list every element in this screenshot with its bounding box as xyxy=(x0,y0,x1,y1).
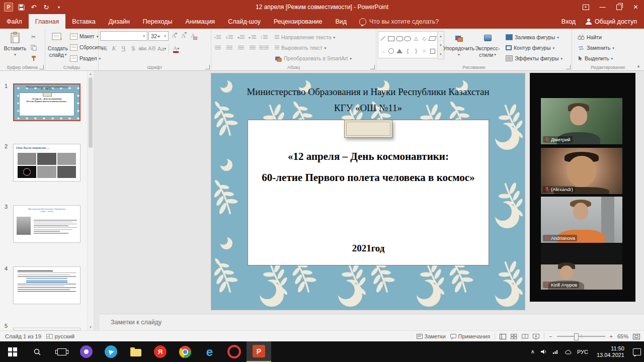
scroll-down-icon[interactable]: ▼ xyxy=(88,324,94,330)
zoom-slider-thumb[interactable] xyxy=(574,333,579,340)
tab-transitions[interactable]: Переходы xyxy=(136,14,179,29)
reading-view-button[interactable] xyxy=(522,334,528,339)
shape-brace-right[interactable]: } xyxy=(415,49,417,54)
redo-icon[interactable]: ↻ xyxy=(41,2,52,13)
slide-header-line2[interactable]: КГУ «ОШ №11» xyxy=(211,103,525,114)
notes-toggle-button[interactable]: Заметки xyxy=(417,333,446,339)
clear-formatting-button[interactable]: А xyxy=(189,31,197,41)
tab-insert[interactable]: Вставка xyxy=(65,14,102,29)
shape-effects-button[interactable]: Эффекты фигуры▾ xyxy=(505,53,564,63)
shape-star[interactable]: ☆ xyxy=(422,49,427,54)
restore-button[interactable] xyxy=(611,0,627,14)
gallery-scroll-up-icon[interactable]: ▲ xyxy=(438,32,444,41)
tray-speaker-icon[interactable] xyxy=(540,349,547,354)
slide-sorter-button[interactable] xyxy=(511,334,517,339)
tab-review[interactable]: Рецензирование xyxy=(267,14,329,29)
task-view-button[interactable] xyxy=(49,341,74,362)
close-button[interactable]: ✕ xyxy=(627,0,644,14)
paste-button[interactable]: Вставить ▾ xyxy=(2,30,29,59)
minimize-button[interactable]: — xyxy=(594,0,611,14)
fit-slide-button[interactable] xyxy=(633,334,640,339)
text-direction-button[interactable]: Направление текста▾ xyxy=(274,32,353,42)
align-text-button[interactable]: Выровнять текст▾ xyxy=(274,43,353,53)
participant-video[interactable]: Kirill Ачуров xyxy=(541,243,622,290)
numbering-icon[interactable]: 1 xyxy=(224,33,234,42)
shape-narrow-rectangle[interactable] xyxy=(430,49,435,54)
comments-toggle-button[interactable]: Примечания xyxy=(450,333,491,339)
text-shadow-button[interactable]: S xyxy=(129,44,137,53)
shape-outline-button[interactable]: Контур фигуры▾ xyxy=(505,43,564,53)
copy-icon[interactable] xyxy=(29,43,38,52)
zoom-out-button[interactable]: − xyxy=(549,333,552,339)
alice-icon[interactable] xyxy=(74,341,99,362)
tab-view[interactable]: Вид xyxy=(329,14,353,29)
character-spacing-button[interactable]: АВ xyxy=(148,44,156,53)
language-indicator[interactable]: РУС xyxy=(577,349,588,355)
participant-video[interactable]: Дмитрий xyxy=(541,98,622,144)
change-case-button[interactable]: Аа▾ xyxy=(157,44,166,53)
slide-thumbnail-4[interactable] xyxy=(13,266,80,304)
justify-icon[interactable] xyxy=(248,43,257,52)
shape-arrow[interactable]: → xyxy=(380,49,385,54)
new-slide-button[interactable]: Создать слайд▾ xyxy=(47,30,69,59)
font-size-combo[interactable]: 32+▾ xyxy=(148,31,169,41)
format-painter-icon[interactable] xyxy=(29,53,38,63)
align-center-icon[interactable] xyxy=(224,43,234,52)
ribbon-display-options-button[interactable] xyxy=(578,0,594,14)
hidden-icons-button[interactable]: ∧ xyxy=(531,348,535,355)
arrange-button[interactable]: Упорядочить ▾ xyxy=(444,30,473,59)
increase-indent-icon[interactable]: ▸ xyxy=(248,33,257,42)
slide-canvas[interactable]: Министерство Образования и Науки Республ… xyxy=(211,73,525,310)
participant-video[interactable]: Andrianova xyxy=(541,197,622,243)
spell-check-icon[interactable] xyxy=(46,334,53,339)
bold-button[interactable]: Ж xyxy=(100,44,109,53)
scroll-up-icon[interactable]: ▲ xyxy=(88,70,94,77)
file-explorer-icon[interactable] xyxy=(123,341,148,362)
quick-access-caret-icon[interactable]: ▾ xyxy=(53,2,64,13)
zoom-in-button[interactable]: + xyxy=(610,333,613,339)
shape-fill-button[interactable]: Заливка фигуры▾ xyxy=(505,32,564,42)
find-button[interactable]: Найти xyxy=(577,32,615,42)
undo-icon[interactable]: ↶ xyxy=(28,2,39,13)
grow-font-button[interactable]: А xyxy=(170,31,178,41)
shape-rounded-rectangle[interactable] xyxy=(396,36,403,41)
slideshow-button[interactable] xyxy=(533,334,539,339)
shape-diamond[interactable]: ◇ xyxy=(423,36,427,41)
font-dialog-launcher[interactable] xyxy=(205,65,210,69)
slide-title-box[interactable]: «12 апреля – День космонавтики: 60-летие… xyxy=(248,120,489,265)
columns-icon[interactable] xyxy=(259,43,269,52)
shape-isosceles-triangle[interactable] xyxy=(396,49,403,53)
opera-icon[interactable] xyxy=(222,341,247,362)
replace-button[interactable]: Заменить▾ xyxy=(577,43,615,53)
italic-button[interactable]: К xyxy=(110,44,118,53)
strikethrough-button[interactable]: abc xyxy=(138,44,147,53)
zoom-percentage[interactable]: 65% xyxy=(617,333,628,339)
slide-thumbnail-1[interactable]: Министерство Образования и Науки Республ… xyxy=(13,83,80,121)
tab-animations[interactable]: Анимация xyxy=(179,14,221,29)
align-left-icon[interactable] xyxy=(213,43,222,52)
notes-pane[interactable]: Заметки к слайду xyxy=(100,314,644,330)
slide-header-line1[interactable]: Министерство Образования и Науки Республ… xyxy=(211,86,525,98)
tray-cloud-icon[interactable] xyxy=(565,349,572,354)
align-right-icon[interactable] xyxy=(236,43,246,52)
share-button[interactable]: Общий доступ xyxy=(586,18,637,25)
scrollbar-thumb[interactable] xyxy=(89,77,93,148)
slide-thumbnail-2[interactable]: Они были первыми ... xyxy=(13,144,80,182)
zoom-slider[interactable] xyxy=(557,336,605,337)
clipboard-dialog-launcher[interactable] xyxy=(39,65,44,69)
quick-styles-button[interactable]: Экспресс- стили▾ xyxy=(473,30,502,59)
select-button[interactable]: Выделить▾ xyxy=(577,53,615,63)
tab-file[interactable]: Файл xyxy=(0,14,29,29)
collapse-ribbon-button[interactable]: ▲ xyxy=(635,63,642,69)
shrink-font-button[interactable]: А xyxy=(179,31,188,41)
cut-icon[interactable]: ✂ xyxy=(29,32,38,42)
paragraph-dialog-launcher[interactable] xyxy=(370,65,375,69)
line-spacing-icon[interactable]: ↕ xyxy=(259,33,269,42)
start-button[interactable] xyxy=(0,341,25,362)
shape-brace-left[interactable]: { xyxy=(407,49,409,54)
shape-rectangle[interactable] xyxy=(388,36,394,41)
bullets-icon[interactable]: • xyxy=(213,33,222,42)
thumbnail-scrollbar[interactable]: ▲ ▼ xyxy=(87,70,94,330)
powerpoint-taskbar-icon[interactable]: P xyxy=(247,341,271,362)
shape-parallelogram[interactable] xyxy=(429,36,437,41)
